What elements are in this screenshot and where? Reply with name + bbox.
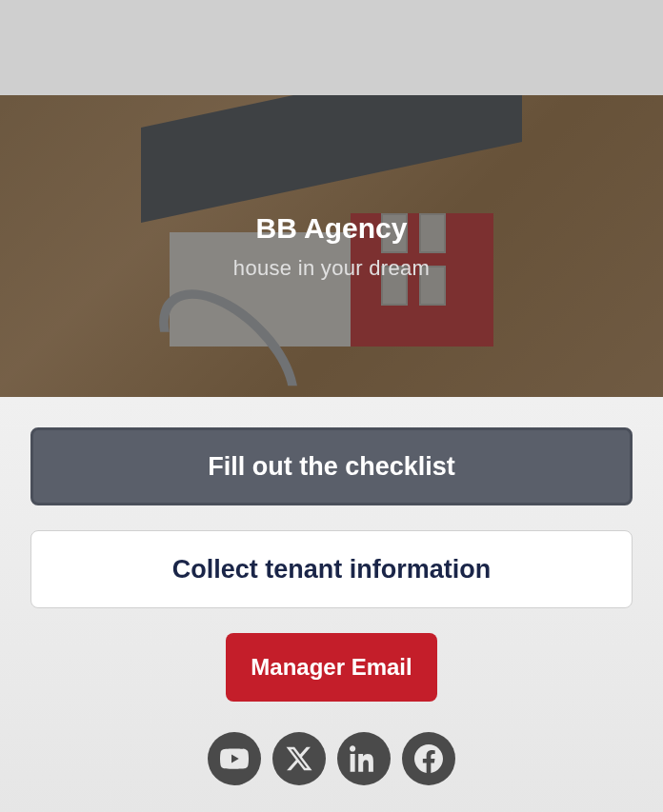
youtube-icon[interactable] — [208, 732, 261, 785]
agency-subtitle: house in your dream — [233, 256, 430, 281]
manager-email-button[interactable]: Manager Email — [226, 633, 437, 702]
manager-email-button-label: Manager Email — [251, 654, 412, 681]
checklist-button[interactable]: Fill out the checklist — [30, 427, 633, 505]
top-bar — [0, 0, 663, 95]
agency-title: BB Agency — [256, 212, 408, 245]
checklist-button-label: Fill out the checklist — [208, 452, 455, 482]
content-area: Fill out the checklist Collect tenant in… — [0, 397, 663, 812]
tenant-info-button-label: Collect tenant information — [172, 555, 492, 584]
facebook-icon[interactable] — [402, 732, 455, 785]
x-icon[interactable] — [272, 732, 326, 785]
social-icons-row — [30, 732, 633, 785]
linkedin-icon[interactable] — [337, 732, 391, 785]
tenant-info-button[interactable]: Collect tenant information — [30, 530, 633, 608]
hero-banner: BB Agency house in your dream — [0, 95, 663, 397]
